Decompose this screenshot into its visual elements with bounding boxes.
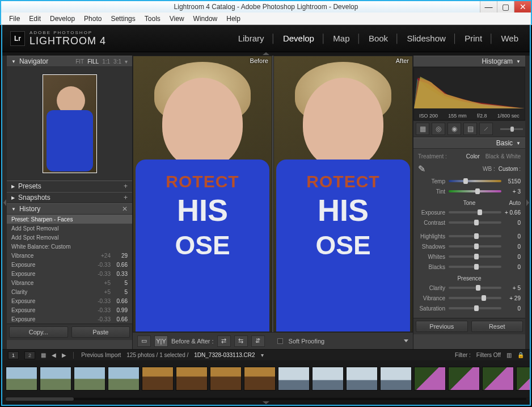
navigator-header[interactable]: ▼ Navigator FIT FILL 1:1 3:1 ▾	[7, 56, 132, 67]
menu-edit[interactable]: Edit	[26, 13, 44, 24]
presets-header[interactable]: ▶ Presets +	[7, 181, 132, 192]
exposure-slider[interactable]	[449, 211, 501, 213]
menu-develop[interactable]: Develop	[47, 13, 78, 24]
history-row[interactable]: Exposure-0.330.66	[7, 296, 132, 305]
soft-proofing-checkbox[interactable]	[277, 338, 283, 344]
basic-header[interactable]: Basic ▼	[413, 137, 525, 149]
filter-menu-icon[interactable]: ▥	[506, 352, 512, 358]
history-row[interactable]: Vibrance+55	[7, 278, 132, 287]
module-print[interactable]: Print	[461, 31, 485, 45]
wb-dropdown[interactable]: Custom	[499, 166, 518, 172]
adjustment-brush-tool-icon[interactable]: ⟋	[479, 123, 493, 135]
paste-button[interactable]: Paste	[71, 326, 130, 338]
filmstrip-thumb[interactable]	[414, 367, 446, 391]
minimize-button[interactable]: —	[480, 1, 497, 12]
nav-fill[interactable]: FILL	[87, 58, 99, 65]
previous-button[interactable]: Previous	[416, 321, 468, 332]
filmstrip-thumb[interactable]	[6, 367, 37, 391]
copy-before-to-after-icon[interactable]: ⇆	[234, 335, 248, 347]
crop-tool-icon[interactable]: ▦	[416, 123, 429, 135]
eyedropper-icon[interactable]: ✎	[418, 163, 425, 174]
maximize-button[interactable]: ▢	[497, 1, 514, 12]
vibrance-slider[interactable]	[449, 297, 501, 299]
module-map[interactable]: Map	[330, 31, 353, 45]
module-book[interactable]: Book	[365, 31, 391, 45]
saturation-slider[interactable]	[449, 307, 501, 309]
treatment-color[interactable]: Color	[466, 153, 480, 160]
filter-value[interactable]: Filters Off	[476, 352, 501, 358]
before-after-view-icon[interactable]: Y|Y	[154, 335, 168, 347]
module-library[interactable]: Library	[235, 31, 268, 45]
left-panel-arrow[interactable]	[2, 56, 7, 349]
menu-file[interactable]: File	[6, 13, 23, 24]
add-preset-icon[interactable]: +	[124, 182, 128, 190]
filmstrip-source[interactable]: Previous Import	[81, 352, 121, 358]
history-row[interactable]: Add Spot Removal	[7, 224, 132, 233]
history-row[interactable]: Exposure-0.330.99	[7, 305, 132, 314]
next-photo-icon[interactable]: ▶	[62, 352, 66, 358]
menu-view[interactable]: View	[166, 13, 188, 24]
auto-tone-button[interactable]: Auto	[509, 200, 521, 206]
menu-photo[interactable]: Photo	[81, 13, 105, 24]
temp-slider[interactable]	[449, 180, 501, 182]
nav-3-1[interactable]: 3:1	[113, 58, 121, 65]
nav-1-1[interactable]: 1:1	[102, 58, 110, 65]
filmstrip-source-menu-icon[interactable]: ▾	[261, 352, 264, 358]
wb-dropdown-icon[interactable]: :	[519, 166, 521, 172]
clarity-slider[interactable]	[449, 287, 501, 289]
history-row[interactable]: Exposure-0.330.66	[7, 260, 132, 269]
tool-amount-slider[interactable]	[500, 128, 523, 130]
scrollbar-handle[interactable]	[6, 397, 74, 401]
grid-icon[interactable]: ▦	[41, 352, 46, 358]
graduated-filter-tool-icon[interactable]: ▤	[463, 123, 477, 135]
filmstrip-thumb[interactable]	[448, 367, 480, 391]
history-row[interactable]: Vibrance+2429	[7, 251, 132, 260]
menu-settings[interactable]: Settings	[107, 13, 138, 24]
filmstrip-scrollbar[interactable]	[2, 397, 530, 401]
main-window-indicator[interactable]: 1	[8, 351, 19, 359]
toolbar-menu-icon[interactable]	[404, 339, 408, 342]
histogram-header[interactable]: Histogram ▼	[413, 56, 525, 67]
navigator-preview[interactable]	[7, 67, 132, 181]
contrast-slider[interactable]	[449, 221, 501, 224]
filmstrip-thumb[interactable]	[278, 367, 310, 391]
module-develop[interactable]: Develop	[280, 31, 318, 45]
menu-tools[interactable]: Tools	[141, 13, 164, 24]
clear-history-icon[interactable]: ✕	[122, 205, 128, 213]
history-row[interactable]: White Balance: Custom	[7, 242, 132, 251]
snapshots-header[interactable]: ▶ Snapshots +	[7, 192, 132, 203]
second-window-indicator[interactable]: 2	[24, 351, 35, 359]
loupe-view-icon[interactable]: ▭	[137, 335, 151, 347]
filmstrip-thumb[interactable]	[346, 367, 378, 391]
add-snapshot-icon[interactable]: +	[124, 194, 128, 202]
prev-photo-icon[interactable]: ◀	[52, 352, 56, 358]
swap-before-after-icon[interactable]: ⇄	[217, 335, 231, 347]
history-row[interactable]: Preset: Sharpen - Faces	[7, 215, 132, 224]
filmstrip-thumb[interactable]	[176, 367, 208, 391]
histogram-view[interactable]: ISO 200 155 mm f/2.8 1/800 sec	[413, 67, 525, 120]
module-slideshow[interactable]: Slideshow	[403, 31, 449, 45]
history-header[interactable]: ▼ History ✕	[7, 203, 132, 215]
blacks-slider[interactable]	[449, 266, 501, 268]
menu-help[interactable]: Help	[223, 13, 244, 24]
filmstrip[interactable]	[2, 360, 530, 397]
filmstrip-thumb[interactable]	[380, 367, 412, 391]
filmstrip-thumb[interactable]	[210, 367, 242, 391]
menu-window[interactable]: Window	[190, 13, 221, 24]
copy-button[interactable]: Copy...	[9, 326, 68, 338]
copy-after-to-before-icon[interactable]: ⇵	[251, 335, 265, 347]
filmstrip-thumb[interactable]	[40, 367, 71, 391]
nav-zoom-menu-icon[interactable]: ▾	[125, 58, 128, 65]
filmstrip-thumb[interactable]	[108, 367, 140, 391]
history-row[interactable]: Exposure-0.330.33	[7, 269, 132, 278]
right-panel-arrow[interactable]	[525, 56, 530, 349]
spot-removal-tool-icon[interactable]: ◎	[432, 123, 445, 135]
reset-button[interactable]: Reset	[471, 321, 523, 332]
filmstrip-thumb[interactable]	[482, 367, 514, 391]
before-after-view[interactable]: Before ROTECTHISOSE After ROTECTHISOSE	[133, 56, 413, 332]
filmstrip-thumb[interactable]	[244, 367, 276, 391]
close-button[interactable]: ✕	[514, 1, 531, 12]
history-row[interactable]: Add Spot Removal	[7, 233, 132, 242]
module-web[interactable]: Web	[497, 31, 522, 45]
redeye-tool-icon[interactable]: ◉	[447, 123, 461, 135]
